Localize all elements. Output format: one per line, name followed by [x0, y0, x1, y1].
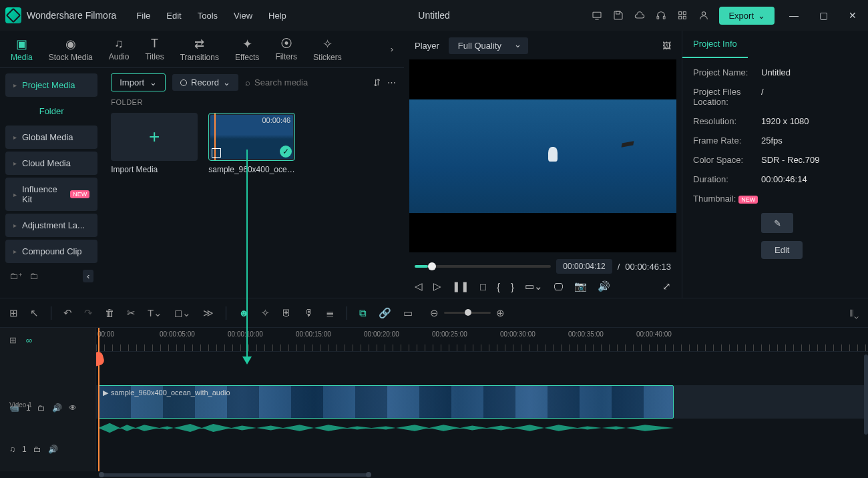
timeline-tracks[interactable]: 00:00 00:00:05:00 00:00:10:00 00:00:15:0… [96, 328, 868, 471]
timeline-vscroll[interactable] [864, 354, 868, 435]
play-button[interactable]: ▷ [433, 280, 441, 292]
project-info-tab[interactable]: Project Info [682, 31, 748, 58]
collapse-sidebar-button[interactable]: ‹ [83, 270, 93, 282]
sidebar-adjustment-layer[interactable]: ▸Adjustment La... [5, 214, 97, 237]
delete-button[interactable]: 🗑 [105, 307, 115, 318]
timeline-mode-icon[interactable]: ⊞ [9, 335, 17, 345]
tab-filters[interactable]: ⦿Filters [275, 37, 297, 61]
sidebar-global-media[interactable]: ▸Global Media [5, 126, 97, 149]
sidebar-compound-clip[interactable]: ▸Compound Clip [5, 240, 97, 263]
audio-track-head[interactable]: ♫1 🗀 🔊 [0, 431, 95, 468]
player-scrubber[interactable] [415, 265, 551, 268]
audio-icon: ♫ [114, 37, 124, 51]
eye-icon[interactable]: 👁 [69, 403, 77, 413]
sidebar-folder[interactable]: Folder [5, 99, 97, 123]
timeline-ruler[interactable]: 00:00 00:00:05:00 00:00:10:00 00:00:15:0… [96, 328, 868, 352]
minimize-button[interactable]: — [784, 10, 804, 21]
tab-stock-media[interactable]: ◉Stock Media [49, 37, 93, 62]
folder-icon[interactable]: 🗀 [33, 445, 41, 454]
more-tools-button[interactable]: ≫ [203, 307, 214, 319]
zoom-in-button[interactable]: ⊕ [496, 307, 505, 319]
folder-icon[interactable]: 🗀 [29, 271, 38, 281]
filter-icon[interactable]: ⇵ [373, 77, 381, 87]
user-icon[interactable] [698, 9, 710, 21]
snapshot-icon[interactable]: 🖼 [662, 41, 671, 51]
pause-button[interactable]: ❚❚ [452, 280, 469, 292]
record-icon [180, 79, 187, 86]
tab-effects[interactable]: ✦Effects [235, 37, 259, 62]
redo-button[interactable]: ↷ [84, 307, 93, 319]
display-icon[interactable] [591, 9, 603, 21]
mark-out-button[interactable]: } [511, 281, 514, 292]
sidebar-influence-kit[interactable]: ▸Influence KitNEW [5, 178, 97, 211]
mute-icon[interactable]: 🔊 [48, 445, 58, 454]
layout-icon[interactable]: ⊞ [9, 307, 18, 319]
player-viewport[interactable] [409, 59, 676, 252]
tabs-next-button[interactable]: › [391, 44, 393, 54]
player-tab[interactable]: Player [415, 41, 439, 51]
save-icon[interactable] [612, 9, 624, 21]
fullscreen-button[interactable]: ⤢ [662, 280, 671, 292]
camera-icon[interactable]: 📷 [574, 280, 587, 292]
link-toggle-icon[interactable]: ∞ [26, 335, 32, 345]
menu-file[interactable]: File [136, 11, 150, 21]
tab-media[interactable]: ▣Media [11, 37, 33, 62]
shield-icon[interactable]: ⛨ [282, 307, 292, 318]
cloud-icon[interactable] [634, 9, 646, 21]
tab-titles[interactable]: TTitles [145, 37, 164, 61]
video-track[interactable]: ▶ sample_960x400_ocean_with_audio [96, 385, 868, 419]
mute-icon[interactable]: 🔊 [52, 403, 62, 413]
sparkle-icon[interactable]: ✧ [261, 307, 270, 319]
caption-icon[interactable]: ≣ [326, 307, 335, 319]
menu-edit[interactable]: Edit [166, 11, 181, 21]
audio-track[interactable] [96, 420, 868, 436]
edit-button[interactable]: Edit [761, 241, 803, 259]
video-track-head[interactable]: 📹1 🗀 🔊 👁 Video 1 [0, 385, 95, 431]
zoom-slider[interactable] [444, 312, 491, 314]
mic-icon[interactable]: 🎙 [304, 307, 314, 318]
crop-button[interactable]: ◻⌄ [174, 307, 191, 319]
mixer-icon[interactable]: ⫴⌄ [849, 307, 859, 319]
more-icon[interactable]: ⋯ [387, 77, 396, 87]
apps-icon[interactable] [676, 9, 688, 21]
volume-icon[interactable]: 🔊 [598, 280, 610, 292]
import-media-tile[interactable]: + Import Media [111, 113, 198, 174]
folder-icon[interactable]: 🗀 [37, 403, 45, 413]
prev-frame-button[interactable]: ◁ [415, 280, 423, 292]
thumbnail-preview[interactable]: ✎ [761, 213, 793, 233]
media-clip-tile[interactable]: 00:00:46 ✓ sample_960x400_ocea... [208, 113, 295, 174]
menu-help[interactable]: Help [268, 11, 286, 21]
menu-view[interactable]: View [234, 11, 252, 21]
export-button[interactable]: Export⌄ [719, 7, 775, 25]
link-icon[interactable]: 🔗 [379, 307, 391, 319]
ratio-button[interactable]: ▭⌄ [525, 280, 543, 292]
zoom-out-button[interactable]: ⊖ [430, 307, 439, 319]
text-button[interactable]: T⌄ [148, 307, 162, 319]
cursor-icon[interactable]: ↖ [30, 307, 39, 319]
search-input[interactable] [254, 77, 367, 87]
close-button[interactable]: ✕ [843, 10, 863, 21]
playhead[interactable] [98, 328, 99, 471]
marker-icon[interactable]: ▭ [403, 307, 413, 319]
undo-button[interactable]: ↶ [63, 307, 72, 319]
tab-stickers[interactable]: ✧Stickers [313, 37, 342, 62]
import-button[interactable]: Import⌄ [111, 73, 166, 91]
cut-button[interactable]: ✂ [127, 307, 136, 319]
sidebar-project-media[interactable]: ▸Project Media [5, 73, 97, 97]
tab-transitions[interactable]: ⇄Transitions [180, 37, 219, 62]
media-browser: Import⌄ Record⌄ ⌕ ⇵ ⋯ FOLDER + Import Me… [103, 68, 404, 266]
timeline-hscroll[interactable] [0, 471, 868, 478]
magnet-icon[interactable]: ⧉ [359, 307, 367, 319]
display-button[interactable]: 🖵 [554, 281, 564, 292]
menu-tools[interactable]: Tools [198, 11, 218, 21]
mark-in-button[interactable]: { [497, 281, 500, 292]
record-button[interactable]: Record⌄ [172, 74, 238, 91]
sidebar-cloud-media[interactable]: ▸Cloud Media [5, 152, 97, 175]
tab-audio[interactable]: ♫Audio [109, 37, 130, 61]
timeline-clip[interactable]: ▶ sample_960x400_ocean_with_audio [98, 385, 674, 419]
headset-icon[interactable] [655, 9, 667, 21]
maximize-button[interactable]: ▢ [813, 10, 833, 21]
stop-button[interactable]: □ [480, 281, 486, 292]
new-folder-icon[interactable]: 🗀⁺ [9, 271, 23, 281]
quality-dropdown[interactable]: Full Quality [449, 37, 528, 54]
